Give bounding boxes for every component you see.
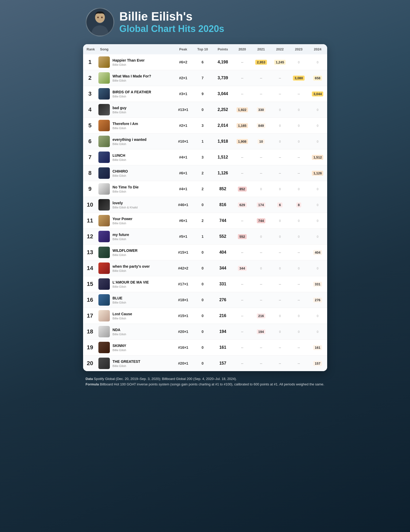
song-thumbnail xyxy=(98,326,110,337)
table-row: 17 Lost Cause Billie Eilish #15×1 0 216 … xyxy=(83,308,327,324)
song-thumbnail xyxy=(98,342,110,353)
y2021-cell: 744 xyxy=(252,213,271,229)
table-row: 8 CHIHIRO Billie Eilish #6×1 2 1,126 -- … xyxy=(83,165,327,181)
peak-cell: #6×1 xyxy=(174,213,192,229)
y2024-cell: 0 xyxy=(308,308,327,324)
col-2022: 2022 xyxy=(271,44,290,54)
points-cell: 1,126 xyxy=(213,165,233,181)
song-thumbnail xyxy=(98,152,110,163)
song-cell: Therefore I Am Billie Eilish xyxy=(97,118,174,134)
y2021-cell: 2,953 xyxy=(252,54,271,70)
points-cell: 2,014 xyxy=(213,118,233,134)
song-thumbnail xyxy=(98,199,110,211)
top10-cell: 0 xyxy=(192,292,213,308)
y2020-cell: -- xyxy=(233,292,252,308)
song-cell: SKINNY Billie Eilish xyxy=(97,340,174,356)
peak-cell: #2×1 xyxy=(174,118,192,134)
y2021-cell: 0 xyxy=(252,229,271,245)
page-header: Billie Eilish's Global Chart Hits 2020s xyxy=(83,8,327,36)
y2022-cell: 0 xyxy=(271,102,290,118)
y2023-cell: 0 xyxy=(289,260,308,276)
points-cell: 852 xyxy=(213,181,233,197)
song-artist: Billie Eilish xyxy=(112,317,132,320)
song-title: my future xyxy=(112,232,129,237)
footer-data-label: Data xyxy=(86,377,93,381)
y2021-cell: 10 xyxy=(252,134,271,149)
song-thumbnail xyxy=(98,310,110,321)
top10-cell: 0 xyxy=(192,324,213,340)
peak-cell: #17×1 xyxy=(174,276,192,292)
peak-cell: #15×1 xyxy=(174,308,192,324)
y2024-cell: 0 xyxy=(308,134,327,149)
rank-cell: 13 xyxy=(83,245,97,260)
points-cell: 161 xyxy=(213,340,233,356)
song-artist: Billie Eilish xyxy=(112,222,132,225)
y2023-cell: 0 xyxy=(289,102,308,118)
y2023-cell: 0 xyxy=(289,324,308,340)
y2021-cell: -- xyxy=(252,340,271,356)
song-artist: Billie Eilish xyxy=(112,127,138,130)
y2024-cell: 0 xyxy=(308,229,327,245)
points-cell: 3,739 xyxy=(213,70,233,86)
y2024-cell: 0 xyxy=(308,118,327,134)
y2021-cell: 849 xyxy=(252,118,271,134)
y2023-cell: 0 xyxy=(289,118,308,134)
svg-point-4 xyxy=(97,17,99,18)
col-2023: 2023 xyxy=(289,44,308,54)
y2020-cell: 552 xyxy=(233,229,252,245)
page-subtitle: Global Chart Hits 2020s xyxy=(119,23,224,34)
rank-cell: 14 xyxy=(83,260,97,276)
y2023-cell: 8 xyxy=(289,197,308,213)
y2020-cell: -- xyxy=(233,165,252,181)
table-row: 6 everything i wanted Billie Eilish #10×… xyxy=(83,134,327,149)
y2024-cell: 0 xyxy=(308,197,327,213)
song-artist: Billie Eilish xyxy=(112,333,126,336)
song-cell: Lost Cause Billie Eilish xyxy=(97,308,174,324)
song-artist: Billie Eilish xyxy=(112,253,137,257)
rank-cell: 17 xyxy=(83,308,97,324)
y2023-cell: 3,080 xyxy=(289,70,308,86)
y2022-cell: 0 xyxy=(271,308,290,324)
song-title: Happier Than Ever xyxy=(112,58,145,63)
song-cell: lovely Billie Eilish & Khalid xyxy=(97,197,174,213)
y2020-cell: -- xyxy=(233,213,252,229)
y2023-cell: 0 xyxy=(289,181,308,197)
y2023-cell: 0 xyxy=(289,308,308,324)
top10-cell: 1 xyxy=(192,229,213,245)
song-artist: Billie Eilish xyxy=(112,349,126,352)
y2021-cell: 194 xyxy=(252,324,271,340)
y2022-cell: -- xyxy=(271,356,290,371)
rank-cell: 8 xyxy=(83,165,97,181)
y2023-cell: -- xyxy=(289,149,308,165)
y2023-cell: -- xyxy=(289,165,308,181)
top10-cell: 0 xyxy=(192,245,213,260)
y2024-cell: 0 xyxy=(308,324,327,340)
song-thumbnail xyxy=(98,231,110,242)
song-title: WILDFLOWER xyxy=(112,248,137,253)
rank-cell: 15 xyxy=(83,276,97,292)
table-row: 13 WILDFLOWER Billie Eilish #15×1 0 404 … xyxy=(83,245,327,260)
y2023-cell: -- xyxy=(289,340,308,356)
song-title: CHIHIRO xyxy=(112,169,128,174)
song-title: BLUE xyxy=(112,296,126,300)
song-title: What Was I Made For? xyxy=(112,74,151,78)
song-thumbnail xyxy=(98,56,110,68)
y2022-cell: 0 xyxy=(271,229,290,245)
col-peak: Peak xyxy=(174,44,192,54)
song-title: SKINNY xyxy=(112,343,126,348)
song-cell: L'AMOUR DE MA VIE Billie Eilish xyxy=(97,276,174,292)
table-row: 10 lovely Billie Eilish & Khalid #46×1 0… xyxy=(83,197,327,213)
y2020-cell: -- xyxy=(233,308,252,324)
song-cell: when the party's over Billie Eilish xyxy=(97,260,174,276)
rank-cell: 16 xyxy=(83,292,97,308)
y2021-cell: -- xyxy=(252,245,271,260)
chart-table: Rank Song Peak Top 10 Points 2020 2021 2… xyxy=(83,44,327,371)
table-header-row: Rank Song Peak Top 10 Points 2020 2021 2… xyxy=(83,44,327,54)
song-thumbnail xyxy=(98,136,110,147)
rank-cell: 18 xyxy=(83,324,97,340)
song-title: BIRDS OF A FEATHER xyxy=(112,90,151,94)
song-title: NDA xyxy=(112,327,126,332)
top10-cell: 3 xyxy=(192,149,213,165)
y2021-cell: 216 xyxy=(252,308,271,324)
top10-cell: 0 xyxy=(192,102,213,118)
